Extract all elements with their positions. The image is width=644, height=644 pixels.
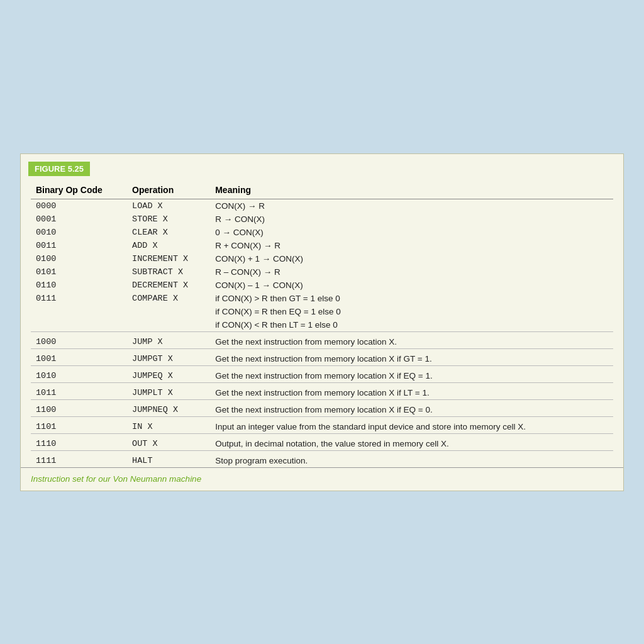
operation: INCREMENT X xyxy=(127,252,210,265)
table-row: 0110DECREMENT XCON(X) – 1 → CON(X) xyxy=(31,279,613,292)
meaning: Get the next instruction from memory loc… xyxy=(210,365,613,382)
operation: IN X xyxy=(127,416,210,433)
table-row: 1100JUMPNEQ XGet the next instruction fr… xyxy=(31,399,613,416)
table-row: 0011ADD XR + CON(X) → R xyxy=(31,239,613,252)
meaning: if CON(X) > R then GT = 1 else 0 xyxy=(210,292,613,305)
table-row: 1001JUMPGT XGet the next instruction fro… xyxy=(31,348,613,365)
col-header-operation: Operation xyxy=(127,182,210,199)
operation: JUMP X xyxy=(127,331,210,348)
meaning: Get the next instruction from memory loc… xyxy=(210,399,613,416)
operation: JUMPNEQ X xyxy=(127,399,210,416)
binary-code: 1011 xyxy=(31,382,127,399)
operation: COMPARE X xyxy=(127,292,210,305)
binary-code: 0110 xyxy=(31,279,127,292)
table-row: 0100INCREMENT XCON(X) + 1 → CON(X) xyxy=(31,252,613,265)
operation: ADD X xyxy=(127,239,210,252)
meaning-extra: if CON(X) = R then EQ = 1 else 0 xyxy=(210,305,613,318)
table-row: 1101IN XInput an integer value from the … xyxy=(31,416,613,433)
table-row-extra: if CON(X) < R then LT = 1 else 0 xyxy=(31,318,613,332)
operation: DECREMENT X xyxy=(127,279,210,292)
operation: JUMPEQ X xyxy=(127,365,210,382)
table-row: 0000LOAD XCON(X) → R xyxy=(31,199,613,213)
table-row-extra: if CON(X) = R then EQ = 1 else 0 xyxy=(31,305,613,318)
caption-row: Instruction set for our Von Neumann mach… xyxy=(21,467,623,491)
binary-code: 1100 xyxy=(31,399,127,416)
binary-code: 0111 xyxy=(31,292,127,305)
binary-code: 0010 xyxy=(31,226,127,239)
meaning: Input an integer value from the standard… xyxy=(210,416,613,433)
meaning: Get the next instruction from memory loc… xyxy=(210,348,613,365)
meaning: CON(X) – 1 → CON(X) xyxy=(210,279,613,292)
meaning: CON(X) → R xyxy=(210,199,613,213)
binary-code: 0011 xyxy=(31,239,127,252)
table-row: 0101SUBTRACT XR – CON(X) → R xyxy=(31,265,613,279)
binary-code: 1000 xyxy=(31,331,127,348)
binary-code: 0001 xyxy=(31,213,127,226)
operation: JUMPGT X xyxy=(127,348,210,365)
meaning: Get the next instruction from memory loc… xyxy=(210,382,613,399)
binary-code: 0101 xyxy=(31,265,127,279)
binary-code: 0100 xyxy=(31,252,127,265)
figure-container: FIGURE 5.25 Binary Op Code Operation Mea… xyxy=(20,153,624,491)
table-row: 0010CLEAR X0 → CON(X) xyxy=(31,226,613,239)
table-row: 1010JUMPEQ XGet the next instruction fro… xyxy=(31,365,613,382)
binary-code: 1010 xyxy=(31,365,127,382)
operation: OUT X xyxy=(127,433,210,450)
figure-caption: Instruction set for our Von Neumann mach… xyxy=(31,474,201,484)
operation: LOAD X xyxy=(127,199,210,213)
operation: HALT xyxy=(127,450,210,467)
table-row: 1110OUT XOutput, in decimal notation, th… xyxy=(31,433,613,450)
table-row: 1111HALTStop program execution. xyxy=(31,450,613,467)
operation: JUMPLT X xyxy=(127,382,210,399)
meaning: 0 → CON(X) xyxy=(210,226,613,239)
binary-code: 1111 xyxy=(31,450,127,467)
operation: CLEAR X xyxy=(127,226,210,239)
col-header-meaning: Meaning xyxy=(210,182,613,199)
figure-label: FIGURE 5.25 xyxy=(28,162,90,176)
col-header-binary: Binary Op Code xyxy=(31,182,127,199)
binary-code: 1110 xyxy=(31,433,127,450)
instruction-table: Binary Op Code Operation Meaning 0000LOA… xyxy=(31,182,613,467)
meaning: Get the next instruction from memory loc… xyxy=(210,331,613,348)
meaning: R + CON(X) → R xyxy=(210,239,613,252)
meaning: Stop program execution. xyxy=(210,450,613,467)
meaning: CON(X) + 1 → CON(X) xyxy=(210,252,613,265)
table-row: 1000JUMP XGet the next instruction from … xyxy=(31,331,613,348)
table-row: 0111COMPARE Xif CON(X) > R then GT = 1 e… xyxy=(31,292,613,305)
meaning: Output, in decimal notation, the value s… xyxy=(210,433,613,450)
meaning: R → CON(X) xyxy=(210,213,613,226)
operation: SUBTRACT X xyxy=(127,265,210,279)
meaning: R – CON(X) → R xyxy=(210,265,613,279)
meaning-extra: if CON(X) < R then LT = 1 else 0 xyxy=(210,318,613,332)
table-row: 0001STORE XR → CON(X) xyxy=(31,213,613,226)
table-row: 1011JUMPLT XGet the next instruction fro… xyxy=(31,382,613,399)
operation: STORE X xyxy=(127,213,210,226)
binary-code: 1001 xyxy=(31,348,127,365)
binary-code: 1101 xyxy=(31,416,127,433)
binary-code: 0000 xyxy=(31,199,127,213)
